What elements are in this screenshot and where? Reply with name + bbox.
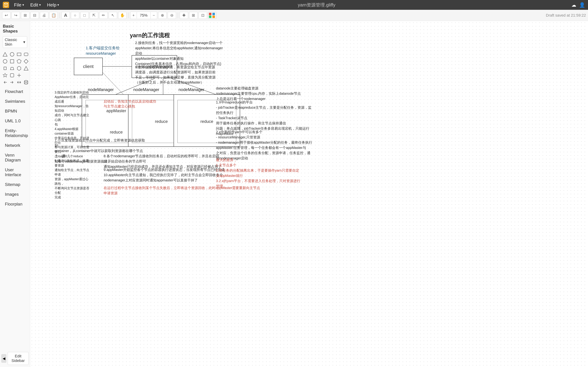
skin-label: Classic Skin [5, 38, 22, 47]
pencil-tool[interactable]: ✏ [99, 12, 108, 19]
nav-swimlanes[interactable]: Swimlanes [1, 97, 28, 106]
node-manager-2-label: nodeManager [133, 87, 159, 93]
account-icon[interactable]: ☁ [571, 2, 576, 8]
anno-right-4: 最大的差异，1.主节点多个2.将任务的分配抽离出来，于是要操作yarn只需要自定… [216, 157, 300, 189]
layout-button[interactable]: ⊡ [199, 12, 207, 19]
diagram: yarn的工作流程 client resourceManager nodeMan… [30, 21, 588, 367]
svg-marker-7 [17, 59, 21, 63]
canvas-area[interactable]: yarn的工作流程 client resourceManager nodeMan… [30, 21, 588, 367]
zoom-plus-button[interactable]: ⊕ [158, 12, 167, 19]
app-logo [3, 2, 9, 8]
menu-icons: ☁ 👤 [571, 2, 585, 8]
nav-images[interactable]: Images [1, 190, 28, 199]
draft-saved: Draft saved at 21:59:22 [546, 13, 586, 18]
shape-diamond[interactable] [23, 58, 29, 64]
document-title: yarn资源管理.gliffy [298, 2, 336, 8]
edit-menu[interactable]: Edit ▾ [27, 1, 43, 9]
undo-button[interactable]: ↩ [2, 12, 10, 19]
node-client[interactable]: client [74, 58, 103, 75]
shape-plus[interactable] [16, 72, 22, 78]
resize-tool[interactable]: ⇱ [90, 12, 98, 19]
zoom-out-button[interactable]: − [151, 12, 157, 19]
nav-network[interactable]: Network [1, 141, 28, 150]
zoom-value: 75% [137, 12, 151, 19]
sidebar-header: Basic Shapes [0, 21, 30, 35]
zoom-control[interactable]: + 75% − [130, 12, 157, 19]
svg-marker-8 [24, 59, 28, 63]
shape-palette [0, 50, 30, 87]
print-button[interactable]: 🖨 [40, 12, 48, 19]
nav-floorplan[interactable]: Floorplan [1, 200, 28, 209]
shape-left-arrow[interactable] [2, 79, 8, 85]
shape-star[interactable] [2, 72, 8, 78]
svg-rect-4 [24, 53, 28, 56]
sidebar-bottom: ◀ Edit Sidebar [0, 350, 30, 367]
nav-uml[interactable]: UML 1.0 [1, 117, 28, 125]
nav-entity[interactable]: Entity-Relationship [1, 126, 28, 140]
svg-marker-13 [3, 73, 7, 77]
shape-blank[interactable] [23, 72, 29, 78]
shape-triangle[interactable] [2, 51, 8, 57]
shape-parallelogram[interactable] [2, 65, 8, 71]
shape-square[interactable] [9, 58, 15, 64]
anno-7: 8.各个nodemanager节点接收到任务后，启动对应的程序即可，并且在启动后… [104, 153, 223, 169]
help-menu[interactable]: Help ▾ [44, 1, 62, 9]
pointer-tool[interactable]: ↖ [109, 12, 117, 19]
zoom-minus-button[interactable]: ⊖ [168, 12, 176, 19]
svg-marker-9 [4, 67, 6, 70]
select-button[interactable]: ⊟ [30, 12, 39, 19]
shape-pentagon[interactable] [16, 58, 22, 64]
shape-right-arrow[interactable] [9, 79, 15, 85]
shape-rounded-rect[interactable] [23, 51, 29, 57]
node-manager-1-label: nodeManager [88, 87, 114, 93]
shape-rect[interactable] [16, 51, 22, 57]
nav-flowchart[interactable]: Flowchart [1, 87, 28, 96]
anno-right-3: 2.x中新组件yarn中可以有多个- resourceManager,只管资源-… [216, 129, 312, 161]
nav-ui[interactable]: User Interface [1, 165, 28, 179]
svg-point-2 [10, 52, 14, 56]
rect-tool[interactable]: □ [80, 12, 89, 19]
menu-bar: File ▾ Edit ▾ Help ▾ yarn资源管理.gliffy ☁ 👤 [0, 0, 588, 10]
nav-sitemap[interactable]: Sitemap [1, 180, 28, 189]
add-button[interactable]: ✚ [180, 12, 188, 19]
anno-5: 6.主节点接收到资源申请，将资源交给主节点中资源调度器，由调度器进行分配资源即可… [135, 65, 216, 85]
file-menu[interactable]: File ▾ [11, 1, 27, 9]
reduce2-label: reduce [155, 119, 168, 124]
skin-selector[interactable]: Classic Skin ▾ [3, 36, 27, 48]
shape-triangle2[interactable] [23, 65, 29, 71]
reduce3-label: reduce [200, 119, 213, 124]
anno-right-1: datanode主要处理磁盘资源nodemanager主要管理cpu,内存，实际… [216, 86, 301, 101]
copy-button[interactable]: 📋 [49, 12, 58, 19]
zoom-in-button[interactable]: + [130, 12, 137, 19]
nav-bpmn[interactable]: BPMN [1, 107, 28, 116]
hand-tool[interactable]: ✋ [118, 12, 127, 19]
anno-2: 2.接收到任务，找一个资源宽裕的nodemanager启动一个appMaster… [135, 40, 226, 67]
anno-4: 启动后，告知主节点以及启动成功与主节点建立心跳包 [104, 99, 156, 109]
shape-cylinder[interactable] [23, 79, 29, 85]
fit-page-button[interactable]: ⊞ [21, 12, 29, 19]
toggle-sidebar-button[interactable]: ◀ [1, 354, 6, 363]
skin-arrow: ▾ [23, 40, 25, 44]
text-tool[interactable]: A [61, 12, 70, 19]
main-area: Basic Shapes Classic Skin ▾ [0, 21, 588, 367]
shape-circle2[interactable] [2, 58, 8, 64]
svg-rect-3 [17, 53, 21, 56]
anno-1: 1.客户端提交任务给 resourceManager [86, 45, 120, 56]
shape-double-arrow[interactable] [16, 79, 22, 85]
shape-hexagon[interactable] [16, 65, 22, 71]
circle-tool[interactable]: ○ [71, 12, 79, 19]
shape-rounded-square[interactable] [9, 72, 15, 78]
nav-venn[interactable]: Venn Diagram [1, 151, 28, 165]
edit-sidebar-button[interactable]: Edit Sidebar [8, 352, 28, 365]
shape-trapezoid[interactable] [9, 65, 15, 71]
redo-button[interactable]: ↪ [12, 12, 20, 19]
grid-button[interactable]: ⊞ [189, 12, 198, 19]
svg-rect-6 [10, 60, 14, 63]
anno-8: 9.appMaster开始监控各个节点的容器执行进度状态，当发现所有节点已经完成… [104, 167, 225, 183]
toolbar-sep-2 [128, 13, 129, 18]
user-icon[interactable]: 👤 [579, 2, 585, 8]
svg-marker-12 [24, 67, 28, 70]
shape-circle[interactable] [9, 51, 15, 57]
svg-marker-10 [10, 67, 14, 70]
color-picker-button[interactable] [208, 12, 216, 19]
